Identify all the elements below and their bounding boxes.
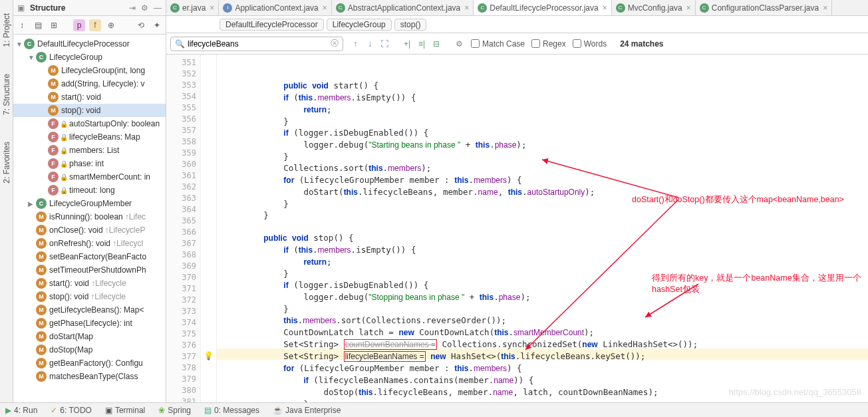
file-tab[interactable]: CDefaultLifecycleProcessor.java× [474,0,611,15]
words-checkbox[interactable]: Words [573,39,607,49]
select-occurrences-icon[interactable]: ≡| [416,39,427,49]
remove-selection-icon[interactable]: ⊟ [431,39,442,49]
tree-root[interactable]: ▼CDefaultLifecycleProcessor [13,37,166,51]
tree-item[interactable]: Mstart(): void [13,90,166,104]
show-properties-icon[interactable]: p [73,19,85,31]
breadcrumb-inner-class[interactable]: LifecycleGroup [327,19,392,31]
messages-toolwindow[interactable]: ▤0: Messages [204,406,259,415]
gear-icon[interactable]: ⚙ [141,3,148,13]
close-tab-icon[interactable]: × [464,3,469,13]
structure-tree[interactable]: ▼CDefaultLifecycleProcessor▼CLifecycleGr… [13,35,166,417]
tree-item[interactable]: MgetBeanFactory(): Configu [13,356,166,370]
close-tab-icon[interactable]: × [823,3,827,13]
todo-toolwindow[interactable]: ✓6: TODO [51,406,92,415]
search-input[interactable] [188,39,328,49]
structure-tool-tab[interactable]: 7: Structure [2,74,11,115]
prev-match-icon[interactable]: ↑ [350,39,361,49]
tree-item[interactable]: MonClose(): void↑LifecycleP [13,223,166,237]
autoscroll-icon[interactable]: ⟲ [135,19,147,31]
code-area: 351 352 353 354 355 356 357 358 359 360 … [166,55,868,417]
file-tab[interactable]: CMvcConfig.java× [612,0,696,15]
watermark: https://blog.csdn.net/qq_36553058 [729,387,862,397]
structure-header: ▣ Structure ⇥ ⚙ — [13,0,166,16]
tree-item[interactable]: F🔒phase: int [13,157,166,170]
tree-item[interactable]: F🔒autoStartupOnly: boolean [13,117,166,130]
tree-item[interactable]: F🔒smartMemberCount: in [13,170,166,184]
file-tabs: Cer.java×IApplicationContext.java×CAbstr… [166,0,868,16]
file-tab[interactable]: IApplicationContext.java× [219,0,331,15]
tree-item[interactable]: MdoStart(Map [13,330,166,343]
match-count: 24 matches [620,39,663,49]
regex-checkbox[interactable]: Regex [531,39,566,49]
breadcrumb-class[interactable]: DefaultLifecycleProcessor [219,19,324,31]
annotation-1: doStart()和doStop()都要传入这个map<beanName,bea… [632,194,868,206]
tree-item[interactable]: Mstart(): void↑Lifecycle [13,277,166,290]
tree-item[interactable]: Mstop(): void [13,104,166,117]
tree-item[interactable]: Mstop(): void↑Lifecycle [13,290,166,303]
vertical-tool-tabs: 1: Project 7: Structure 2: Favorites [0,0,13,417]
tree-item[interactable]: MonRefresh(): void↑Lifecycl [13,237,166,250]
close-tab-icon[interactable]: × [210,3,214,13]
tree-item[interactable]: MmatchesBeanType(Class [13,370,166,383]
code-editor[interactable]: public void start() { if (this.members.i… [217,55,868,417]
project-tool-tab[interactable]: 1: Project [2,13,11,47]
tree-item[interactable]: MsetBeanFactory(BeanFacto [13,250,166,263]
close-tab-icon[interactable]: × [323,3,327,13]
search-settings-icon[interactable]: ⚙ [454,39,464,49]
tree-item[interactable]: MgetPhase(Lifecycle): int [13,317,166,330]
search-nav-icons: ↑ ↓ ⛶ +| ≡| ⊟ ⚙ [350,39,464,49]
status-bar: ▶4: Run ✓6: TODO ▣Terminal ❀Spring ▤0: M… [0,402,868,417]
next-match-icon[interactable]: ↓ [364,39,375,49]
breadcrumb: DefaultLifecycleProcessor LifecycleGroup… [166,16,868,33]
add-selection-icon[interactable]: +| [402,39,412,49]
settings-icon[interactable]: ✦ [151,19,163,31]
terminal-toolwindow[interactable]: ▣Terminal [105,406,145,415]
tree-item[interactable]: F🔒timeout: long [13,184,166,197]
show-inherited-icon[interactable]: ⊕ [105,19,117,31]
file-tab[interactable]: Cer.java× [166,0,219,15]
tree-item[interactable]: F🔒members: List [13,144,166,157]
collapse-icon[interactable]: ▣ [17,3,25,13]
java-ee-toolwindow[interactable]: ☕Java Enterprise [273,406,341,415]
annotation-2: 得到所有的key，就是一个beanName集合，这里用一个hashSet包装 [652,273,868,295]
clear-search-icon[interactable]: ⓧ [331,38,339,49]
file-tab[interactable]: CConfigurationClassParser.java× [696,0,832,15]
spring-toolwindow[interactable]: ❀Spring [158,406,191,415]
breadcrumb-method[interactable]: stop() [394,19,427,31]
file-tab[interactable]: CAbstractApplicationContext.java× [332,0,474,15]
filter-icon[interactable]: ▤ [32,19,44,31]
tree-item[interactable]: ▶CLifecycleGroupMember [13,197,166,210]
hide-icon[interactable]: ⇥ [129,3,136,13]
tree-item[interactable]: MsetTimeoutPerShutdownPh [13,263,166,277]
close-tab-icon[interactable]: × [603,3,607,13]
search-icon: 🔍 [175,39,185,49]
search-bar: 🔍 ⓧ ↑ ↓ ⛶ +| ≡| ⊟ ⚙ Match Case Regex Wor… [166,33,868,55]
close-tab-icon[interactable]: × [686,3,691,13]
tree-item[interactable]: ▼CLifecycleGroup [13,51,166,64]
select-all-icon[interactable]: ⛶ [379,39,390,49]
panel-title: Structure [30,3,65,13]
tree-item[interactable]: MisRunning(): boolean↑Lifec [13,210,166,223]
structure-panel: ▣ Structure ⇥ ⚙ — ↕ ▤ ⊞ p f ⊕ ⟲ ✦ ▼CDefa… [13,0,166,417]
minimize-icon[interactable]: — [154,3,162,13]
tree-item[interactable]: MLifecycleGroup(int, long [13,64,166,77]
tree-item[interactable]: MdoStop(Map [13,343,166,356]
run-toolwindow[interactable]: ▶4: Run [5,406,37,415]
favorites-tool-tab[interactable]: 2: Favorites [2,142,11,184]
structure-toolbar: ↕ ▤ ⊞ p f ⊕ ⟲ ✦ [13,16,166,35]
sort-icon[interactable]: ↕ [16,19,28,31]
tree-item[interactable]: Madd(String, Lifecycle): v [13,77,166,90]
line-gutter[interactable]: 351 352 353 354 355 356 357 358 359 360 … [166,55,201,417]
bulb-icon[interactable]: 💡 [204,351,214,360]
expand-icon[interactable]: ⊞ [48,19,60,31]
search-input-wrap: 🔍 ⓧ [170,37,343,51]
tree-item[interactable]: MgetLifecycleBeans(): Map< [13,303,166,317]
show-fields-icon[interactable]: f [89,19,101,31]
match-case-checkbox[interactable]: Match Case [471,39,525,49]
editor-area: Cer.java×IApplicationContext.java×CAbstr… [166,0,868,417]
gutter-icons: 💡 [201,55,217,417]
tree-item[interactable]: F🔒lifecycleBeans: Map [13,130,166,144]
